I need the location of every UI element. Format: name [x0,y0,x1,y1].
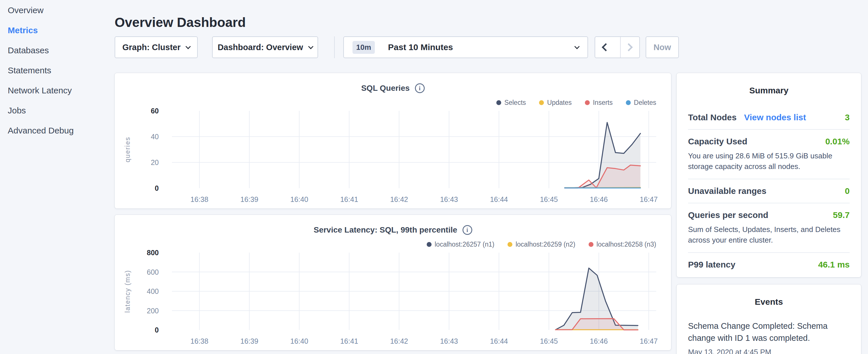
y-tick-label: 400 [147,287,159,295]
chevron-left-icon [602,43,610,51]
summary-value: 3 [845,112,850,122]
summary-value: 59.7 [833,210,850,220]
x-tick-label: 16:39 [241,337,258,345]
x-tick-label: 16:39 [241,195,258,203]
x-tick-label: 16:41 [340,195,358,203]
y-tick-label: 600 [147,268,159,276]
service-latency-chart-card: Service Latency: SQL, 99th percentile i … [115,215,671,350]
x-tick-label: 16:46 [590,195,608,203]
chart-plot-area[interactable]: 800600400200016:3816:3916:4016:4116:4216… [115,215,671,350]
view-nodes-list-link[interactable]: View nodes list [744,112,806,122]
sidebar-item-jobs[interactable]: Jobs [8,104,111,117]
summary-row-queries-per-second: Queries per second 59.7 Sum of Selects, … [688,203,850,252]
event-text: Schema Change Completed: Schema change w… [688,320,850,344]
summary-label: P99 latency [688,260,735,269]
summary-body: Total Nodes View nodes list 3 Capacity U… [677,106,861,277]
toolbar-divider [334,36,335,58]
summary-title: Summary [677,73,861,95]
x-tick-label: 16:45 [540,337,558,345]
y-tick-label: 200 [147,307,159,315]
chart-plot-area[interactable]: 604020016:3816:3916:4016:4116:4216:4316:… [115,73,671,208]
sidebar: Overview Metrics Databases Statements Ne… [8,4,111,144]
events-panel: Events Schema Change Completed: Schema c… [677,284,861,354]
summary-label: Total Nodes [688,112,737,122]
graph-dropdown-label: Graph: Cluster [122,43,181,52]
x-tick-label: 16:40 [290,337,308,345]
now-button[interactable]: Now [646,36,679,58]
sidebar-item-metrics[interactable]: Metrics [8,24,111,37]
event-timestamp: May 13, 2020 at 4:45 PM [688,348,850,354]
x-tick-label: 16:47 [640,337,658,345]
summary-value: 0 [845,186,850,196]
x-tick-label: 16:47 [640,195,658,203]
sidebar-item-network-latency[interactable]: Network Latency [8,84,111,97]
graph-dropdown[interactable]: Graph: Cluster [115,36,198,58]
sidebar-item-overview[interactable]: Overview [8,4,111,17]
x-tick-label: 16:38 [191,337,209,345]
summary-value: 0.01% [825,137,850,147]
chevron-down-icon [308,44,313,49]
x-tick-label: 16:44 [490,195,508,203]
x-tick-label: 16:42 [390,337,408,345]
summary-row-unavailable-ranges: Unavailable ranges 0 [688,179,850,203]
y-tick-label: 800 [147,249,159,257]
x-tick-label: 16:43 [440,337,458,345]
time-step-group [595,36,640,58]
page-title: Overview Dashboard [115,14,246,30]
chevron-down-icon [574,44,580,49]
sidebar-item-databases[interactable]: Databases [8,44,111,57]
next-time-button[interactable] [620,37,639,58]
chevron-down-icon [185,44,191,49]
dashboard-dropdown[interactable]: Dashboard: Overview [212,36,318,58]
summary-row-capacity-used: Capacity Used 0.01% You are using 28.6 M… [688,129,850,179]
y-tick-label: 60 [151,107,159,115]
summary-label: Queries per second [688,210,768,220]
time-range-badge: 10m [352,41,375,54]
time-range-select[interactable]: 10m Past 10 Minutes [343,36,588,58]
summary-row-total-nodes: Total Nodes View nodes list 3 [688,106,850,129]
summary-label: Unavailable ranges [688,186,766,196]
events-title: Events [677,284,861,307]
time-range-label: Past 10 Minutes [388,42,569,52]
y-tick-label: 20 [151,158,159,166]
sql-queries-chart-card: SQL Queries i SelectsUpdatesInsertsDelet… [115,73,671,208]
event-item: Schema Change Completed: Schema change w… [677,320,861,354]
dashboard-dropdown-label: Dashboard: Overview [217,43,303,52]
now-button-label: Now [653,43,671,52]
x-tick-label: 16:46 [590,337,608,345]
x-tick-label: 16:42 [390,195,408,203]
chevron-right-icon [625,43,633,51]
summary-description: You are using 28.6 MiB of 515.9 GiB usab… [688,151,850,172]
y-tick-label: 0 [155,184,159,192]
y-tick-label: 40 [151,133,159,141]
summary-row-p99-latency: P99 latency 46.1 ms [688,252,850,277]
sidebar-item-statements[interactable]: Statements [8,64,111,77]
summary-label: Capacity Used [688,137,747,147]
x-tick-label: 16:43 [440,195,458,203]
x-tick-label: 16:41 [340,337,358,345]
y-tick-label: 0 [155,326,159,334]
x-tick-label: 16:44 [490,337,508,345]
prev-time-button[interactable] [595,37,614,58]
x-tick-label: 16:38 [191,195,209,203]
x-tick-label: 16:45 [540,195,558,203]
summary-panel: Summary Total Nodes View nodes list 3 Ca… [677,73,861,277]
summary-value: 46.1 ms [818,260,850,269]
sidebar-item-advanced-debug[interactable]: Advanced Debug [8,124,111,137]
summary-description: Sum of Selects, Updates, Inserts, and De… [688,224,850,246]
x-tick-label: 16:40 [290,195,308,203]
